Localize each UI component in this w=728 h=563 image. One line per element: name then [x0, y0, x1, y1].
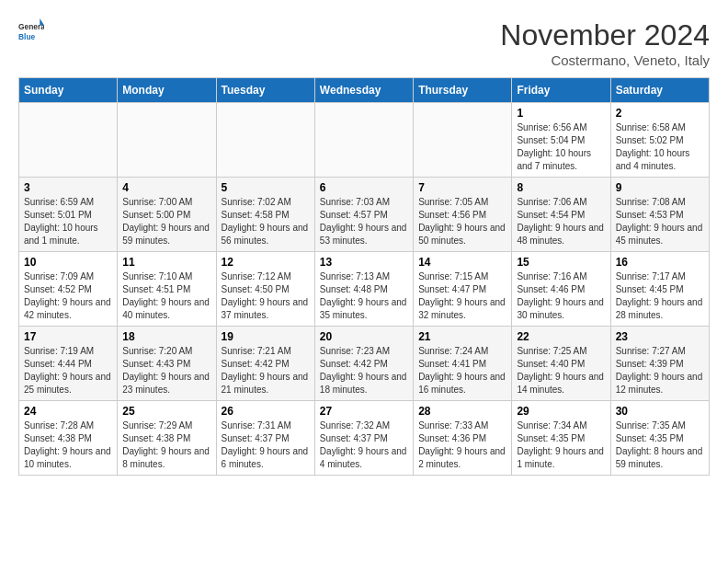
day-number: 1 [517, 107, 605, 120]
title-block: November 2024 Costermano, Veneto, Italy [500, 18, 710, 68]
day-number: 6 [320, 181, 408, 194]
day-info: Sunrise: 7:35 AM Sunset: 4:35 PM Dayligh… [616, 419, 704, 471]
calendar-cell: 13Sunrise: 7:13 AM Sunset: 4:48 PM Dayli… [314, 252, 413, 327]
day-number: 20 [320, 330, 408, 343]
day-number: 19 [222, 330, 310, 343]
day-number: 13 [320, 256, 408, 269]
day-info: Sunrise: 7:19 AM Sunset: 4:44 PM Dayligh… [24, 345, 112, 396]
day-number: 14 [418, 256, 506, 269]
calendar-cell: 1Sunrise: 6:56 AM Sunset: 5:04 PM Daylig… [512, 103, 610, 178]
day-number: 4 [122, 181, 210, 194]
calendar-cell: 21Sunrise: 7:24 AM Sunset: 4:41 PM Dayli… [414, 327, 512, 401]
calendar-cell [118, 103, 216, 178]
calendar-cell: 17Sunrise: 7:19 AM Sunset: 4:44 PM Dayli… [19, 327, 118, 401]
day-info: Sunrise: 7:17 AM Sunset: 4:45 PM Dayligh… [616, 270, 704, 322]
calendar-week-row: 17Sunrise: 7:19 AM Sunset: 4:44 PM Dayli… [19, 327, 710, 401]
day-info: Sunrise: 7:25 AM Sunset: 4:40 PM Dayligh… [517, 345, 605, 396]
day-info: Sunrise: 7:28 AM Sunset: 4:38 PM Dayligh… [24, 419, 112, 471]
header-sunday: Sunday [19, 78, 118, 103]
day-info: Sunrise: 7:09 AM Sunset: 4:52 PM Dayligh… [24, 270, 112, 322]
day-info: Sunrise: 7:08 AM Sunset: 4:53 PM Dayligh… [616, 196, 704, 247]
calendar-cell [216, 103, 314, 178]
day-info: Sunrise: 6:58 AM Sunset: 5:02 PM Dayligh… [616, 121, 704, 173]
day-info: Sunrise: 7:16 AM Sunset: 4:46 PM Dayligh… [517, 270, 605, 322]
day-number: 8 [517, 181, 605, 194]
day-info: Sunrise: 7:00 AM Sunset: 5:00 PM Dayligh… [122, 196, 210, 247]
day-info: Sunrise: 7:13 AM Sunset: 4:48 PM Dayligh… [320, 270, 408, 322]
calendar-week-row: 24Sunrise: 7:28 AM Sunset: 4:38 PM Dayli… [19, 401, 710, 476]
calendar-cell: 20Sunrise: 7:23 AM Sunset: 4:42 PM Dayli… [314, 327, 413, 401]
day-info: Sunrise: 7:29 AM Sunset: 4:38 PM Dayligh… [122, 419, 210, 471]
logo: General Blue [18, 18, 44, 44]
day-number: 28 [418, 405, 506, 418]
day-info: Sunrise: 7:31 AM Sunset: 4:37 PM Dayligh… [222, 419, 310, 471]
header-friday: Friday [512, 78, 610, 103]
day-info: Sunrise: 7:23 AM Sunset: 4:42 PM Dayligh… [320, 345, 408, 396]
day-info: Sunrise: 7:03 AM Sunset: 4:57 PM Dayligh… [320, 196, 408, 247]
calendar-cell: 30Sunrise: 7:35 AM Sunset: 4:35 PM Dayli… [610, 401, 709, 476]
day-info: Sunrise: 7:34 AM Sunset: 4:35 PM Dayligh… [517, 419, 605, 471]
calendar-table: Sunday Monday Tuesday Wednesday Thursday… [18, 77, 710, 476]
day-number: 25 [122, 405, 210, 418]
calendar-cell: 2Sunrise: 6:58 AM Sunset: 5:02 PM Daylig… [610, 103, 709, 178]
day-info: Sunrise: 7:15 AM Sunset: 4:47 PM Dayligh… [418, 270, 506, 322]
calendar-cell: 25Sunrise: 7:29 AM Sunset: 4:38 PM Dayli… [118, 401, 216, 476]
day-info: Sunrise: 7:21 AM Sunset: 4:42 PM Dayligh… [222, 345, 310, 396]
day-info: Sunrise: 7:33 AM Sunset: 4:36 PM Dayligh… [418, 419, 506, 471]
month-title: November 2024 [500, 18, 710, 52]
day-number: 12 [222, 256, 310, 269]
day-info: Sunrise: 6:56 AM Sunset: 5:04 PM Dayligh… [517, 121, 605, 173]
header-wednesday: Wednesday [314, 78, 413, 103]
day-info: Sunrise: 7:32 AM Sunset: 4:37 PM Dayligh… [320, 419, 408, 471]
calendar-cell: 12Sunrise: 7:12 AM Sunset: 4:50 PM Dayli… [216, 252, 314, 327]
day-number: 18 [122, 330, 210, 343]
calendar-cell: 11Sunrise: 7:10 AM Sunset: 4:51 PM Dayli… [118, 252, 216, 327]
calendar-cell: 10Sunrise: 7:09 AM Sunset: 4:52 PM Dayli… [19, 252, 118, 327]
calendar-cell: 14Sunrise: 7:15 AM Sunset: 4:47 PM Dayli… [414, 252, 512, 327]
day-info: Sunrise: 7:12 AM Sunset: 4:50 PM Dayligh… [222, 270, 310, 322]
day-number: 5 [222, 181, 310, 194]
day-number: 17 [24, 330, 112, 343]
calendar-cell: 5Sunrise: 7:02 AM Sunset: 4:58 PM Daylig… [216, 178, 314, 252]
calendar-cell: 8Sunrise: 7:06 AM Sunset: 4:54 PM Daylig… [512, 178, 610, 252]
day-info: Sunrise: 7:05 AM Sunset: 4:56 PM Dayligh… [418, 196, 506, 247]
calendar-week-row: 10Sunrise: 7:09 AM Sunset: 4:52 PM Dayli… [19, 252, 710, 327]
page-header: General Blue November 2024 Costermano, V… [18, 18, 710, 68]
logo-icon: General Blue [18, 18, 44, 44]
day-number: 26 [222, 405, 310, 418]
day-number: 9 [616, 181, 704, 194]
day-number: 22 [517, 330, 605, 343]
day-number: 21 [418, 330, 506, 343]
day-number: 10 [24, 256, 112, 269]
day-number: 30 [616, 405, 704, 418]
calendar-cell: 15Sunrise: 7:16 AM Sunset: 4:46 PM Dayli… [512, 252, 610, 327]
day-number: 27 [320, 405, 408, 418]
day-info: Sunrise: 7:10 AM Sunset: 4:51 PM Dayligh… [122, 270, 210, 322]
calendar-week-row: 3Sunrise: 6:59 AM Sunset: 5:01 PM Daylig… [19, 178, 710, 252]
calendar-cell: 29Sunrise: 7:34 AM Sunset: 4:35 PM Dayli… [512, 401, 610, 476]
calendar-cell: 23Sunrise: 7:27 AM Sunset: 4:39 PM Dayli… [610, 327, 709, 401]
day-info: Sunrise: 7:27 AM Sunset: 4:39 PM Dayligh… [616, 345, 704, 396]
calendar-cell: 16Sunrise: 7:17 AM Sunset: 4:45 PM Dayli… [610, 252, 709, 327]
day-number: 16 [616, 256, 704, 269]
day-number: 23 [616, 330, 704, 343]
svg-text:Blue: Blue [18, 32, 35, 41]
day-number: 3 [24, 181, 112, 194]
day-info: Sunrise: 7:20 AM Sunset: 4:43 PM Dayligh… [122, 345, 210, 396]
calendar-cell: 19Sunrise: 7:21 AM Sunset: 4:42 PM Dayli… [216, 327, 314, 401]
calendar-cell: 27Sunrise: 7:32 AM Sunset: 4:37 PM Dayli… [314, 401, 413, 476]
calendar-cell: 6Sunrise: 7:03 AM Sunset: 4:57 PM Daylig… [314, 178, 413, 252]
header-saturday: Saturday [610, 78, 709, 103]
header-monday: Monday [118, 78, 216, 103]
day-info: Sunrise: 7:02 AM Sunset: 4:58 PM Dayligh… [222, 196, 310, 247]
calendar-cell: 4Sunrise: 7:00 AM Sunset: 5:00 PM Daylig… [118, 178, 216, 252]
day-number: 15 [517, 256, 605, 269]
header-thursday: Thursday [414, 78, 512, 103]
calendar-cell: 28Sunrise: 7:33 AM Sunset: 4:36 PM Dayli… [414, 401, 512, 476]
location-subtitle: Costermano, Veneto, Italy [500, 52, 710, 68]
calendar-cell: 3Sunrise: 6:59 AM Sunset: 5:01 PM Daylig… [19, 178, 118, 252]
calendar-cell: 22Sunrise: 7:25 AM Sunset: 4:40 PM Dayli… [512, 327, 610, 401]
calendar-cell: 26Sunrise: 7:31 AM Sunset: 4:37 PM Dayli… [216, 401, 314, 476]
calendar-header-row: Sunday Monday Tuesday Wednesday Thursday… [19, 78, 710, 103]
day-number: 29 [517, 405, 605, 418]
